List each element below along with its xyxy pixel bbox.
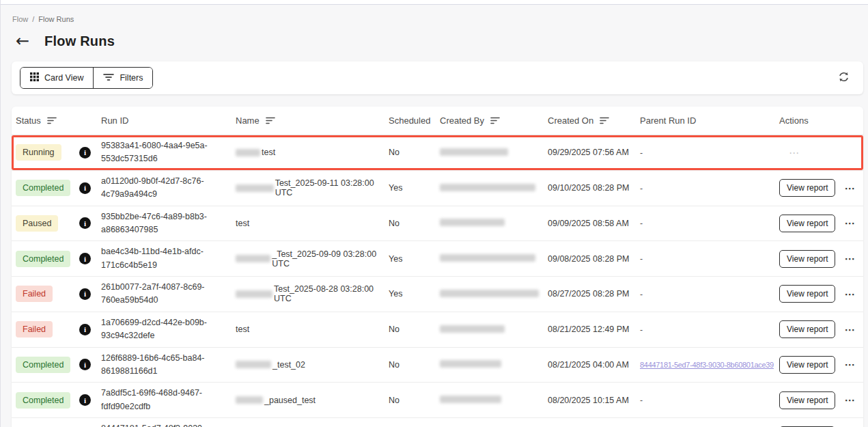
filters-label: Filters bbox=[120, 73, 143, 83]
created-on-cell: 08/21/2025 12:49 PM bbox=[548, 320, 640, 338]
view-report-button[interactable]: View report bbox=[779, 285, 835, 303]
parent-run-id-cell: - bbox=[640, 249, 779, 268]
back-arrow-icon[interactable]: ← bbox=[16, 33, 29, 49]
column-header-status[interactable]: Status bbox=[12, 115, 79, 126]
redacted-created-by bbox=[440, 219, 505, 226]
view-report-button[interactable]: View report bbox=[779, 250, 835, 268]
more-actions-button[interactable]: ⋯ bbox=[844, 253, 855, 264]
parent-run-id-cell: - bbox=[640, 214, 779, 232]
info-icon[interactable]: i bbox=[79, 182, 91, 194]
actions-cell: View report⋯ bbox=[779, 387, 863, 413]
created-by-cell bbox=[440, 355, 548, 374]
scheduled-cell: Yes bbox=[389, 250, 440, 268]
column-label-name: Name bbox=[236, 115, 260, 126]
created-on-cell: 08/20/2025 10:15 AM bbox=[548, 391, 640, 409]
sort-icon-name[interactable] bbox=[266, 117, 275, 124]
run-id-cell: a01120d0-9b0f-42d7-8c76-4c79a9a494c9 bbox=[101, 171, 236, 206]
flow-runs-table: StatusRun IDNameScheduledCreated ByCreat… bbox=[12, 107, 863, 427]
card-view-label: Card View bbox=[44, 73, 83, 83]
parent-run-id-value: - bbox=[640, 219, 643, 228]
more-actions-button[interactable]: ⋯ bbox=[789, 148, 800, 158]
more-actions-button[interactable]: ⋯ bbox=[844, 289, 855, 299]
breadcrumb-item-flow-runs: Flow Runs bbox=[38, 15, 74, 23]
card-view-button[interactable]: Card View bbox=[20, 68, 94, 88]
created-by-cell bbox=[440, 143, 548, 162]
parent-run-id-value: - bbox=[640, 148, 643, 158]
view-report-button[interactable]: View report bbox=[779, 391, 835, 409]
view-toggle-group: Card View Filters bbox=[20, 67, 153, 89]
sort-icon-status[interactable] bbox=[47, 117, 57, 124]
view-report-button[interactable]: View report bbox=[779, 215, 835, 232]
status-cell: Completed bbox=[12, 423, 79, 427]
parent-run-id-cell: - bbox=[640, 320, 779, 339]
info-icon[interactable]: i bbox=[79, 253, 91, 264]
more-actions-button[interactable]: ⋯ bbox=[844, 183, 855, 193]
actions-cell: ⋯ bbox=[779, 143, 863, 162]
info-icon[interactable]: i bbox=[79, 288, 91, 300]
filters-button[interactable]: Filters bbox=[94, 68, 152, 88]
scheduled-cell: No bbox=[389, 320, 440, 338]
column-header-parent_run_id: Parent Run ID bbox=[640, 115, 779, 126]
run-id-cell: 1a706699-d2cd-442e-b09b-93c94c32defe bbox=[101, 312, 236, 347]
status-badge: Failed bbox=[16, 321, 53, 338]
column-label-run_id: Run ID bbox=[101, 115, 128, 126]
parent-run-id-link[interactable]: 84447181-5ed7-48f3-9030-8b60801ace39 bbox=[640, 361, 774, 369]
status-badge: Completed bbox=[16, 357, 70, 373]
column-label-actions: Actions bbox=[779, 115, 809, 126]
status-cell: Completed bbox=[12, 353, 79, 377]
refresh-button[interactable] bbox=[835, 68, 852, 87]
status-badge: Completed bbox=[16, 251, 70, 267]
run-name: Test_2025-08-28 03:28:00 UTC bbox=[274, 284, 382, 303]
more-actions-button[interactable]: ⋯ bbox=[844, 325, 855, 335]
breadcrumb: Flow / Flow Runs bbox=[1, 5, 868, 23]
column-header-created_on[interactable]: Created On bbox=[548, 115, 640, 126]
status-cell: Completed bbox=[12, 247, 79, 271]
more-actions-button[interactable]: ⋯ bbox=[844, 395, 855, 405]
redacted-name-segment bbox=[236, 184, 274, 192]
sort-icon-created_by[interactable] bbox=[490, 117, 500, 124]
redacted-created-by bbox=[440, 254, 535, 262]
table-row: Runningi95383a41-6080-4aa4-9e5a-553dc573… bbox=[12, 135, 863, 171]
parent-run-id-cell: 84447181-5ed7-48f3-9030-8b60801ace39 bbox=[640, 355, 779, 374]
run-name: test bbox=[236, 219, 249, 228]
info-icon[interactable]: i bbox=[79, 359, 91, 370]
more-actions-button[interactable]: ⋯ bbox=[844, 359, 855, 370]
created-on-cell: 09/08/2025 08:28 PM bbox=[548, 250, 640, 268]
parent-run-id-value: - bbox=[640, 325, 643, 335]
created-on-cell: 08/27/2025 08:28 PM bbox=[548, 285, 640, 303]
info-icon[interactable]: i bbox=[79, 147, 91, 159]
parent-run-id-cell: - bbox=[640, 143, 779, 162]
run-name: Test_2025-09-11 03:28:00 UTC bbox=[275, 178, 382, 197]
view-report-button[interactable]: View report bbox=[779, 179, 835, 197]
redacted-created-by bbox=[440, 396, 501, 403]
status-badge: Failed bbox=[16, 286, 53, 302]
redacted-name-segment bbox=[236, 149, 260, 156]
status-cell: Completed bbox=[12, 388, 79, 413]
name-cell: test bbox=[236, 215, 389, 232]
column-label-created_by: Created By bbox=[440, 115, 484, 126]
table-row: Completedi84447181-5ed7-48f3-9030-8b6080… bbox=[12, 418, 863, 427]
run-name: test bbox=[236, 325, 249, 334]
actions-cell: View report⋯ bbox=[779, 422, 863, 427]
info-icon[interactable]: i bbox=[79, 394, 91, 406]
column-header-actions: Actions bbox=[779, 115, 863, 126]
column-header-created_by[interactable]: Created By bbox=[440, 115, 548, 126]
info-icon[interactable]: i bbox=[79, 217, 91, 229]
sort-icon-created_on[interactable] bbox=[600, 117, 609, 124]
table-row: Failedi1a706699-d2cd-442e-b09b-93c94c32d… bbox=[12, 312, 863, 348]
table-row: Completedibae4c34b-11bd-4e1b-afdc-171c6c… bbox=[12, 241, 863, 277]
info-cell: i bbox=[79, 213, 101, 233]
parent-run-id-value: - bbox=[640, 254, 643, 264]
column-label-created_on: Created On bbox=[548, 115, 593, 126]
view-report-button[interactable]: View report bbox=[779, 356, 835, 374]
more-actions-button[interactable]: ⋯ bbox=[844, 218, 855, 228]
scheduled-cell: No bbox=[389, 391, 440, 409]
breadcrumb-item-flow[interactable]: Flow bbox=[12, 15, 28, 23]
view-report-button[interactable]: View report bbox=[779, 320, 835, 338]
info-icon[interactable]: i bbox=[79, 324, 91, 335]
name-cell: _test_02 bbox=[236, 356, 389, 374]
created-on-cell: 09/10/2025 08:28 PM bbox=[548, 179, 640, 197]
column-header-name[interactable]: Name bbox=[236, 115, 389, 126]
parent-run-id-value: - bbox=[640, 396, 643, 405]
redacted-name-segment bbox=[236, 396, 263, 404]
